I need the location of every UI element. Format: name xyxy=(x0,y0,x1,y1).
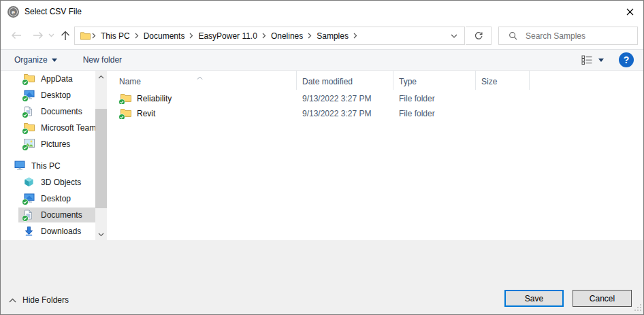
breadcrumb-separator-icon[interactable] xyxy=(188,33,195,39)
new-folder-button[interactable]: New folder xyxy=(76,50,129,70)
download-arrow-icon xyxy=(24,226,35,237)
column-header-type[interactable]: Type xyxy=(393,71,476,90)
sidebar-item-3d-objects[interactable]: 3D Objects xyxy=(1,174,107,190)
folder-icon xyxy=(120,93,132,104)
scroll-up-icon[interactable] xyxy=(95,71,107,82)
new-folder-label: New folder xyxy=(83,55,122,65)
command-toolbar: Organize New folder ? xyxy=(1,49,643,71)
sidebar-item-appdata[interactable]: AppData xyxy=(1,71,107,87)
folder-icon xyxy=(24,73,35,84)
sidebar-item-documents[interactable]: Documents xyxy=(1,103,107,120)
organize-button[interactable]: Organize xyxy=(7,50,64,70)
sidebar-item-label: Desktop xyxy=(41,90,71,100)
sidebar-item-label: Documents xyxy=(41,210,82,220)
breadcrumb-separator-icon[interactable] xyxy=(306,33,313,39)
scrollbar-thumb[interactable] xyxy=(95,109,107,208)
column-headers: Name Date modified Type Size xyxy=(110,71,643,90)
chevron-down-icon xyxy=(598,59,604,62)
sidebar-scrollbar[interactable] xyxy=(95,71,107,240)
sidebar-item-this-pc[interactable]: This PC xyxy=(1,158,107,174)
document-icon xyxy=(24,210,35,220)
file-list: Name Date modified Type Size Reliability… xyxy=(110,71,643,240)
refresh-icon[interactable] xyxy=(466,27,492,45)
file-name: Revit xyxy=(137,109,155,118)
up-icon[interactable] xyxy=(57,27,74,44)
dialog-footer: Hide Folders Save Cancel xyxy=(1,287,643,315)
sync-check-badge-icon xyxy=(22,199,29,205)
sync-check-badge-icon xyxy=(22,112,29,118)
navigation-pane: AppData Desktop Documents xyxy=(1,71,107,240)
file-row-reliability[interactable]: Reliability 9/13/2022 3:27 PM File folde… xyxy=(110,91,643,106)
sync-check-badge-icon xyxy=(22,95,29,102)
sync-check-badge-icon xyxy=(22,128,29,135)
breadcrumb-item[interactable]: Samples xyxy=(313,31,352,41)
sidebar-item-downloads[interactable]: Downloads xyxy=(1,223,107,239)
breadcrumb-separator-icon[interactable] xyxy=(133,33,140,39)
save-button[interactable]: Save xyxy=(504,290,564,307)
breadcrumb-item[interactable]: This PC xyxy=(97,31,133,41)
address-bar: This PC Documents EasyPower 11.0 Oneline… xyxy=(74,27,465,45)
search-input[interactable] xyxy=(526,31,632,41)
sidebar-item-label: AppData xyxy=(41,74,73,84)
sync-check-badge-icon xyxy=(22,144,29,151)
cancel-button[interactable]: Cancel xyxy=(573,290,632,307)
file-fields: File name: \Documents\EasyPower 11.0\One… xyxy=(1,240,643,287)
sidebar-item-label: Downloads xyxy=(41,227,81,236)
file-date: 9/13/2022 3:27 PM xyxy=(297,109,393,118)
close-icon[interactable] xyxy=(622,5,637,18)
sidebar-item-desktop[interactable]: Desktop xyxy=(1,87,107,103)
column-header-date-modified[interactable]: Date modified xyxy=(297,71,393,90)
chevron-up-icon xyxy=(9,298,16,303)
column-header-size[interactable]: Size xyxy=(476,71,530,90)
resize-grip-icon[interactable] xyxy=(633,303,642,314)
pictures-icon xyxy=(24,139,35,150)
breadcrumb-item[interactable]: Onelines xyxy=(268,31,306,41)
folder-icon xyxy=(120,108,132,119)
history-chevron-icon[interactable] xyxy=(46,27,57,44)
change-view-button[interactable] xyxy=(581,55,604,65)
breadcrumb-item[interactable]: Documents xyxy=(140,31,189,41)
address-dropdown-icon[interactable] xyxy=(451,34,462,38)
file-name: Reliability xyxy=(137,94,172,103)
column-header-name[interactable]: Name xyxy=(110,71,297,90)
file-type: File folder xyxy=(393,94,476,103)
monitor-icon xyxy=(24,193,35,204)
back-icon[interactable] xyxy=(7,27,25,44)
file-type: File folder xyxy=(393,109,476,118)
hide-folders-button[interactable]: Hide Folders xyxy=(9,295,69,305)
breadcrumb-separator-icon[interactable] xyxy=(352,33,359,39)
dialog-content: AppData Desktop Documents xyxy=(1,71,643,240)
chevron-down-icon xyxy=(52,59,57,62)
search-icon xyxy=(509,31,517,40)
document-icon xyxy=(24,106,35,117)
sidebar-item-label: 3D Objects xyxy=(41,178,81,187)
search-box xyxy=(498,27,638,45)
sidebar-item-label: Documents xyxy=(41,107,82,116)
sidebar-item-pictures[interactable]: Pictures xyxy=(1,136,107,152)
folder-icon xyxy=(24,122,35,133)
sync-check-badge-icon xyxy=(22,215,29,222)
sync-check-badge-icon xyxy=(118,114,125,119)
window-title: Select CSV File xyxy=(25,7,82,16)
file-date: 9/13/2022 3:27 PM xyxy=(297,94,393,103)
file-row-revit[interactable]: Revit 9/13/2022 3:27 PM File folder xyxy=(110,106,643,121)
sidebar-item-desktop-pc[interactable]: Desktop xyxy=(1,190,107,207)
breadcrumb-item[interactable]: EasyPower 11.0 xyxy=(195,31,261,41)
folder-icon xyxy=(80,31,91,40)
easypower-logo-icon: e xyxy=(7,6,19,18)
breadcrumb-separator-icon[interactable] xyxy=(91,33,97,39)
sidebar-item-documents-pc[interactable]: Documents xyxy=(1,207,107,223)
sidebar-item-label: Desktop xyxy=(41,194,71,203)
forward-icon[interactable] xyxy=(29,27,47,44)
monitor-icon xyxy=(24,90,35,101)
navigation-bar: This PC Documents EasyPower 11.0 Oneline… xyxy=(1,22,643,49)
organize-label: Organize xyxy=(14,55,48,65)
sidebar-item-label: Microsoft Teams xyxy=(41,123,97,133)
help-icon[interactable]: ? xyxy=(619,52,634,67)
sidebar-item-microsoft-teams[interactable]: Microsoft Teams xyxy=(1,120,107,136)
scroll-down-icon[interactable] xyxy=(95,229,107,240)
sidebar-item-label: Pictures xyxy=(41,139,70,149)
sync-check-badge-icon xyxy=(118,99,125,104)
save-dialog-window: e Select CSV File This PC Documents xyxy=(0,0,644,315)
breadcrumb-separator-icon[interactable] xyxy=(261,33,268,39)
